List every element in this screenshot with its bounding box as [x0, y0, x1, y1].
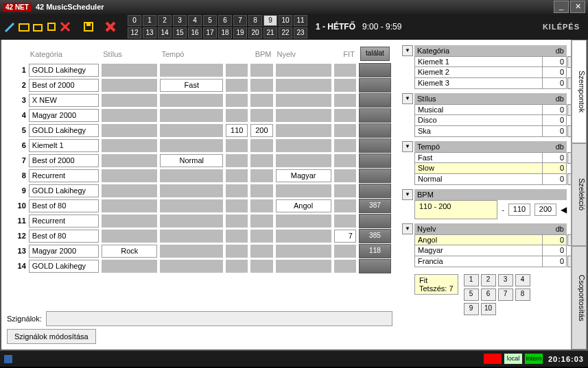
panel-item[interactable]: Kiemelt 3: [414, 78, 543, 89]
cell-stilus[interactable]: [102, 154, 157, 167]
cell-bpm2[interactable]: [250, 154, 272, 167]
fit-num-3[interactable]: 3: [498, 274, 513, 286]
exit-button[interactable]: KILÉPÉS: [543, 23, 580, 31]
result-button[interactable]: [359, 63, 391, 77]
cell-tempo[interactable]: [160, 230, 223, 243]
cell-bpm1[interactable]: [226, 169, 248, 182]
scroll-up-icon[interactable]: ▲: [567, 56, 571, 68]
result-button[interactable]: [359, 123, 391, 138]
cell-bpm2[interactable]: [250, 139, 272, 152]
cell-nyelv[interactable]: [276, 214, 331, 228]
hour-5[interactable]: 5: [203, 15, 217, 26]
cell-fit[interactable]: [334, 94, 356, 107]
cell-bpm2[interactable]: [250, 260, 272, 273]
cell-tempo[interactable]: [160, 124, 223, 137]
cell-tempo[interactable]: Normal: [160, 154, 223, 167]
result-button[interactable]: 118: [359, 244, 391, 258]
cell-nyelv[interactable]: [276, 79, 331, 92]
scroll-down-icon[interactable]: ▼: [567, 173, 571, 185]
hour-19[interactable]: 19: [233, 27, 247, 38]
cell-tempo[interactable]: [160, 169, 223, 182]
cell-tempo[interactable]: [160, 199, 223, 212]
result-button[interactable]: [359, 169, 391, 183]
cell-bpm2[interactable]: [250, 245, 272, 258]
fit-num-5[interactable]: 5: [464, 289, 479, 301]
scroll-down-icon[interactable]: ▼: [567, 77, 571, 89]
cell-bpm1[interactable]: [226, 230, 248, 243]
scroll-down-icon[interactable]: ▼: [567, 125, 571, 137]
cell-stilus[interactable]: [102, 79, 157, 92]
cell-fit[interactable]: [334, 64, 356, 77]
cell-kategoria[interactable]: Best of 80: [29, 230, 99, 243]
cell-stilus[interactable]: [102, 184, 157, 197]
cell-nyelv[interactable]: Angol: [276, 199, 331, 212]
cell-kategoria[interactable]: GOLD Lakihegy: [29, 124, 99, 137]
panel-item[interactable]: Kiemelt 2: [414, 67, 543, 78]
fit-num-6[interactable]: 6: [481, 289, 496, 301]
delete-red-x-icon[interactable]: [59, 21, 71, 33]
result-button[interactable]: 385: [359, 229, 391, 243]
cell-bpm2[interactable]: [250, 94, 272, 107]
fit-num-10[interactable]: 10: [481, 303, 496, 315]
cell-fit[interactable]: 7: [334, 230, 356, 243]
cell-kategoria[interactable]: Magyar 2000: [29, 245, 99, 258]
cell-fit[interactable]: [334, 79, 356, 92]
cell-bpm1[interactable]: [226, 184, 248, 197]
hour-1[interactable]: 1: [143, 15, 156, 26]
hour-18[interactable]: 18: [218, 27, 232, 38]
cell-bpm2[interactable]: [250, 199, 272, 212]
cell-stilus[interactable]: [102, 260, 157, 273]
cell-tempo[interactable]: [160, 260, 223, 273]
pencil-icon[interactable]: [4, 21, 16, 33]
fit-num-9[interactable]: 9: [464, 303, 479, 315]
cell-fit[interactable]: [334, 124, 356, 137]
side-tab-2[interactable]: Csoportosítás: [572, 246, 587, 349]
result-button[interactable]: [359, 214, 391, 228]
panel-item[interactable]: Kiemelt 1: [414, 56, 543, 67]
cell-nyelv[interactable]: [276, 124, 331, 137]
hour-6[interactable]: 6: [218, 15, 232, 26]
cell-fit[interactable]: [334, 245, 356, 258]
collapse-tempo-icon[interactable]: ▼: [402, 141, 413, 152]
hour-14[interactable]: 14: [158, 27, 172, 38]
cell-kategoria[interactable]: Recurrent: [29, 214, 99, 228]
cell-kategoria[interactable]: Best of 2000: [29, 154, 99, 167]
bpm-apply-icon[interactable]: ◀: [561, 205, 567, 214]
bpm-range[interactable]: 110 - 200: [414, 200, 497, 219]
collapse-bpm-icon[interactable]: ▼: [402, 189, 413, 200]
hour-8[interactable]: 8: [248, 15, 262, 26]
cell-bpm2[interactable]: [250, 109, 272, 122]
bpm-to[interactable]: 200: [534, 204, 556, 216]
cell-kategoria[interactable]: GOLD Lakihegy: [29, 64, 99, 77]
cell-bpm2[interactable]: [250, 64, 272, 77]
cell-bpm2[interactable]: [250, 169, 272, 182]
cell-nyelv[interactable]: [276, 184, 331, 197]
collapse-stilus-icon[interactable]: ▼: [402, 93, 413, 104]
cell-fit[interactable]: [334, 169, 356, 182]
hour-10[interactable]: 10: [279, 15, 292, 26]
result-button[interactable]: [359, 78, 391, 93]
cell-kategoria[interactable]: Kiemelt 1: [29, 139, 99, 152]
hour-3[interactable]: 3: [173, 15, 187, 26]
cell-bpm1[interactable]: 110: [226, 124, 248, 137]
cell-bpm2[interactable]: [250, 79, 272, 92]
scroll-up-icon[interactable]: ▲: [567, 234, 571, 246]
cell-bpm1[interactable]: [226, 245, 248, 258]
panel-item[interactable]: Slow: [414, 163, 543, 174]
cell-fit[interactable]: [334, 109, 356, 122]
fit-num-1[interactable]: 1: [464, 274, 479, 286]
cell-bpm2[interactable]: [250, 214, 272, 228]
cell-bpm1[interactable]: [226, 199, 248, 212]
folder-open-icon[interactable]: [18, 21, 30, 33]
hour-2[interactable]: 2: [158, 15, 172, 26]
hour-17[interactable]: 17: [203, 27, 217, 38]
cell-kategoria[interactable]: Best of 2000: [29, 79, 99, 92]
cell-tempo[interactable]: [160, 214, 223, 228]
signals-input[interactable]: [46, 311, 392, 326]
result-header[interactable]: találat: [360, 47, 390, 61]
panel-item[interactable]: Francia: [414, 256, 543, 267]
cell-kategoria[interactable]: Magyar 2000: [29, 109, 99, 122]
fit-num-8[interactable]: 8: [515, 289, 530, 301]
bpm-from[interactable]: 110: [508, 204, 530, 216]
collapse-nyelv-icon[interactable]: ▼: [402, 223, 413, 234]
